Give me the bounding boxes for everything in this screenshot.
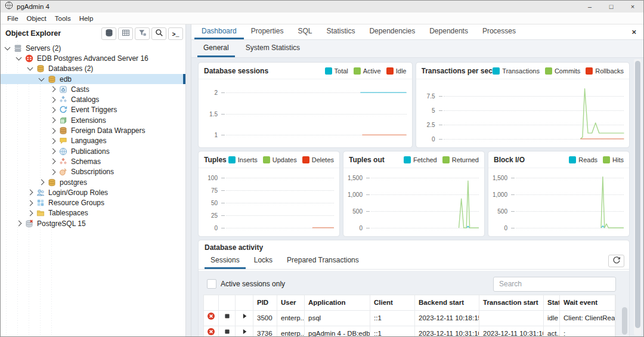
database-disconnected-icon (25, 219, 34, 228)
activity-tab-sessions[interactable]: Sessions (205, 253, 246, 269)
subtab-system-statistics[interactable]: System Statistics (240, 40, 306, 57)
close-button[interactable]: × (622, 1, 643, 13)
legend-item-idle: Idle (386, 67, 407, 75)
resource-groups-icon (36, 199, 45, 207)
refresh-button[interactable] (608, 255, 624, 267)
object-explorer-title: Object Explorer (5, 29, 101, 38)
terminal-button[interactable]: >_ (168, 27, 183, 40)
chevron-right-icon[interactable] (27, 210, 33, 216)
tree-item-postgres[interactable]: postgres (1, 177, 185, 187)
chevron-right-icon[interactable] (50, 138, 56, 144)
stop-icon (223, 326, 231, 336)
tree-item-event-triggers[interactable]: Event Triggers (1, 105, 185, 115)
object-explorer-panel: Object Explorer >_ Servers (2)EDB Postgr… (1, 24, 185, 336)
tab-statistics[interactable]: Statistics (319, 24, 362, 39)
tree-item-edb[interactable]: edb (1, 74, 185, 84)
tree-item-label: Casts (71, 85, 89, 94)
tab-properties[interactable]: Properties (244, 24, 291, 39)
tree-item-postgresql-15[interactable]: PostgreSQL 15 (1, 218, 185, 228)
chevron-right-icon[interactable] (27, 200, 33, 206)
chevron-right-icon[interactable] (50, 118, 56, 123)
y-tick-label: 1 (214, 132, 218, 138)
activity-tab-locks[interactable]: Locks (248, 253, 278, 269)
chevron-right-icon[interactable] (50, 128, 56, 134)
cell-application: pgAdmin 4 - DB:edb (305, 326, 370, 336)
menu-tools[interactable]: Tools (51, 15, 75, 22)
chevron-right-icon[interactable] (27, 190, 33, 196)
y-tick-label: 25 (211, 212, 218, 218)
table-scrollbar[interactable] (622, 307, 627, 336)
menu-object[interactable]: Object (23, 15, 51, 22)
details-button[interactable] (236, 311, 253, 326)
tree-item-databases-2[interactable]: Databases (2) (1, 64, 185, 74)
search-input[interactable] (493, 277, 616, 292)
tree-item-extensions[interactable]: Extensions (1, 115, 185, 125)
chevron-right-icon[interactable] (50, 149, 56, 154)
menu-file[interactable]: File (3, 15, 23, 22)
legend-label: Deletes (312, 156, 334, 163)
checkbox-icon[interactable] (207, 279, 216, 289)
legend-label: Rollbacks (595, 67, 624, 75)
tab-dependencies[interactable]: Dependencies (362, 24, 422, 39)
tab-sql[interactable]: SQL (290, 24, 319, 39)
active-sessions-only-checkbox[interactable]: Active sessions only (207, 279, 285, 289)
legend-item-transactions: Transactions (493, 67, 540, 75)
details-button[interactable] (236, 326, 253, 336)
tree-item-publications[interactable]: Publications (1, 146, 185, 156)
connections-button[interactable] (101, 27, 116, 40)
chevron-down-icon[interactable] (27, 65, 33, 71)
table-header-row: PIDUserApplicationClientBackend startTra… (204, 295, 615, 311)
chevron-right-icon[interactable] (50, 107, 56, 113)
terminate-button[interactable] (204, 311, 219, 326)
tree-item-resource-groups[interactable]: Resource Groups (1, 197, 185, 208)
chart-header: Database sessionsTotalActiveIdle (199, 63, 412, 79)
tree-item-tablespaces[interactable]: Tablespaces (1, 208, 185, 218)
chevron-down-icon[interactable] (5, 44, 11, 50)
chevron-right-icon[interactable] (50, 97, 56, 103)
dashboard-scrollbar[interactable] (634, 59, 642, 335)
legend-label: Idle (396, 67, 407, 75)
table-scrollbar-thumb[interactable] (622, 307, 627, 335)
languages-icon (59, 137, 68, 145)
column-header-application: Application (305, 295, 370, 310)
stop-button[interactable] (219, 326, 236, 336)
chevron-down-icon[interactable] (16, 54, 22, 60)
sessions-table: PIDUserApplicationClientBackend startTra… (203, 295, 616, 336)
tree-item-edb-postgres-advanced-server-16[interactable]: EDB Postgres Advanced Server 16 (1, 53, 185, 63)
tree-item-casts[interactable]: Casts (1, 84, 185, 94)
dashboard-scrollbar-thumb[interactable] (635, 61, 640, 328)
casts-icon (59, 85, 68, 94)
minimize-button[interactable]: – (579, 1, 600, 13)
chevron-right-icon[interactable] (50, 159, 56, 165)
panel-close-icon[interactable]: × (624, 24, 643, 39)
chevron-down-icon[interactable] (39, 75, 45, 81)
tree-item-catalogs[interactable]: Catalogs (1, 94, 185, 104)
activity-tab-prepared-transactions[interactable]: Prepared Transactions (281, 253, 365, 269)
legend-item-hits: Hits (603, 156, 624, 163)
chevron-right-icon[interactable] (50, 86, 56, 92)
menu-help[interactable]: Help (75, 15, 98, 22)
tab-dashboard[interactable]: Dashboard (194, 24, 244, 39)
tab-dependents[interactable]: Dependents (422, 24, 475, 39)
table-button[interactable] (118, 27, 133, 40)
maximize-button[interactable]: □ (600, 1, 622, 13)
chevron-right-icon[interactable] (16, 221, 22, 227)
chart-title: Transactions per second (422, 67, 493, 75)
publications-icon (59, 147, 68, 156)
filter-button[interactable] (135, 27, 150, 40)
tree-item-servers-2[interactable]: Servers (2) (1, 43, 185, 53)
stop-button[interactable] (219, 311, 236, 326)
chevron-right-icon[interactable] (39, 180, 45, 185)
panel-splitter[interactable] (185, 24, 191, 336)
tree-item-schemas[interactable]: Schemas (1, 156, 185, 166)
tree-item-login-group-roles[interactable]: Login/Group Roles (1, 187, 185, 197)
terminate-button[interactable] (204, 326, 219, 336)
tree-item-languages[interactable]: Languages (1, 136, 185, 146)
tree-item-subscriptions[interactable]: Subscriptions (1, 167, 185, 177)
tab-processes[interactable]: Processes (475, 24, 523, 39)
y-axis-labels: 1,5001,0005000 (488, 174, 512, 230)
search-button[interactable] (151, 27, 166, 40)
chevron-right-icon[interactable] (50, 169, 56, 175)
subtab-general[interactable]: General (197, 40, 235, 57)
tree-item-foreign-data-wrappers[interactable]: Foreign Data Wrappers (1, 125, 185, 135)
